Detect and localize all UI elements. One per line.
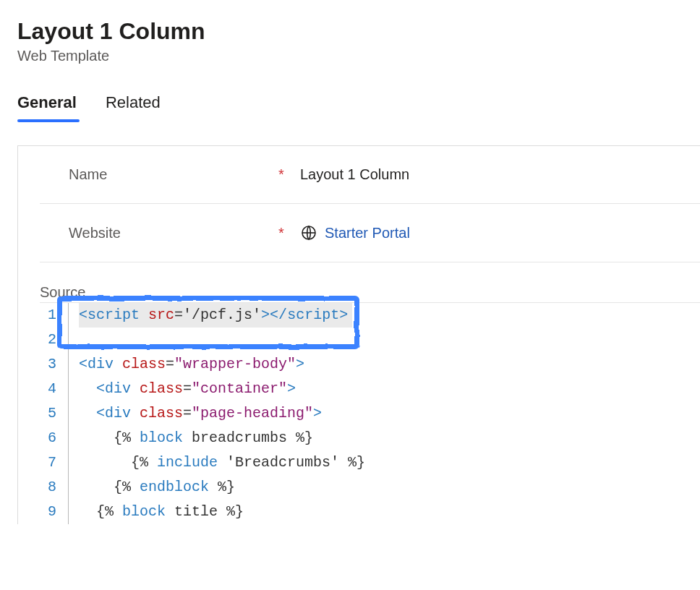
- tab-general[interactable]: General: [17, 93, 77, 119]
- line-number: 3: [40, 352, 58, 377]
- code-line[interactable]: {% include 'Breadcrumbs' %}: [79, 450, 365, 475]
- code-line[interactable]: <script src='/pcf.js'></script>: [79, 303, 365, 328]
- required-marker: *: [278, 166, 300, 183]
- line-number: 8: [40, 475, 58, 500]
- editor-code[interactable]: <script src='/pcf.js'></script> <div cla…: [69, 303, 365, 524]
- tab-bar: General Related: [17, 93, 700, 119]
- code-line[interactable]: <div class="container">: [79, 377, 365, 401]
- website-label: Website: [69, 225, 278, 241]
- code-line[interactable]: {% block title %}: [79, 500, 365, 524]
- code-line[interactable]: <div class="page-heading">: [79, 401, 365, 426]
- line-number: 9: [40, 500, 58, 524]
- code-line[interactable]: [79, 328, 365, 352]
- code-line[interactable]: {% block breadcrumbs %}: [79, 426, 365, 450]
- line-number: 4: [40, 377, 58, 401]
- field-row-name: Name * Layout 1 Column: [40, 146, 700, 204]
- code-line[interactable]: <div class="wrapper-body">: [79, 352, 365, 377]
- required-marker: *: [278, 225, 300, 241]
- name-input[interactable]: Layout 1 Column: [300, 166, 409, 183]
- source-editor[interactable]: 123456789 <script src='/pcf.js'></script…: [40, 303, 700, 524]
- globe-icon: [300, 224, 317, 241]
- line-number: 5: [40, 401, 58, 426]
- line-number: 6: [40, 426, 58, 450]
- website-value: Starter Portal: [325, 225, 410, 241]
- form-panel: Name * Layout 1 Column Website * Starter…: [17, 145, 700, 524]
- tab-related[interactable]: Related: [106, 93, 161, 119]
- editor-gutter: 123456789: [40, 303, 69, 524]
- page-title: Layout 1 Column: [17, 17, 700, 45]
- line-number: 7: [40, 450, 58, 475]
- page-subtitle: Web Template: [17, 48, 700, 64]
- line-number: 1: [40, 303, 58, 328]
- field-row-website: Website * Starter Portal: [40, 204, 700, 262]
- name-label: Name: [69, 166, 278, 183]
- source-label: Source: [40, 284, 700, 301]
- website-lookup[interactable]: Starter Portal: [300, 224, 410, 241]
- code-line[interactable]: {% endblock %}: [79, 475, 365, 500]
- line-number: 2: [40, 328, 58, 352]
